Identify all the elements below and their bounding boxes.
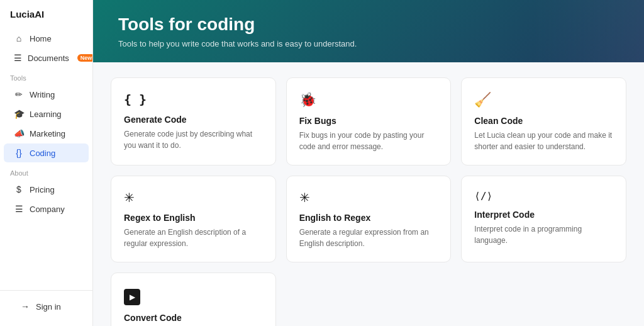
english-to-regex-desc: Generate a regular expression from an En… [299,227,438,249]
tool-card-clean-code[interactable]: 🧹Clean CodeLet Lucia clean up your code … [461,77,626,166]
fix-bugs-icon: 🐞 [299,92,438,108]
generate-code-icon: { } [124,92,263,107]
convert-code-title: Convert Code [124,313,263,323]
sidebar-nav: ⌂ Home ☰ Documents New Tools ✏ Writing 🎓… [0,28,92,290]
coding-icon: {} [14,148,24,158]
pricing-icon: $ [14,184,24,194]
regex-to-english-title: Regex to English [124,213,263,223]
hero-banner: Tools for coding Tools to help you write… [93,0,644,62]
tools-section-label: Tools [0,68,92,84]
english-to-regex-title: English to Regex [299,213,438,223]
tool-card-regex-to-english[interactable]: ✳Regex to EnglishGenerate an English des… [111,176,276,262]
convert-code-icon: ▶ [124,287,263,305]
documents-icon: ☰ [14,53,22,63]
tools-grid: { }Generate CodeGenerate code just by de… [93,62,644,326]
clean-code-desc: Let Lucia clean up your code and make it… [474,130,613,152]
interpret-code-title: Interpret Code [474,210,613,220]
marketing-icon: 📣 [14,128,24,138]
fix-bugs-title: Fix Bugs [299,116,438,126]
sidebar-item-documents[interactable]: ☰ Documents New [4,48,89,67]
app-logo: LuciaAI [0,0,92,28]
sidebar-item-home[interactable]: ⌂ Home [4,29,89,48]
interpret-code-desc: Interpret code in a programming language… [474,223,613,246]
english-to-regex-icon: ✳ [299,190,438,205]
about-section-label: About [0,163,92,179]
sidebar-item-company[interactable]: ☰ Company [4,200,89,218]
learning-icon: 🎓 [14,109,24,119]
hero-subtitle: Tools to help you write code that works … [118,39,619,48]
sidebar-item-writing[interactable]: ✏ Writing [4,85,89,104]
sidebar-item-coding[interactable]: {} Coding [4,143,89,162]
documents-badge: New [77,54,92,62]
home-icon: ⌂ [14,33,24,43]
clean-code-icon: 🧹 [474,92,613,108]
tool-card-interpret-code[interactable]: ⟨/⟩Interpret CodeInterpret code in a pro… [461,176,626,262]
writing-icon: ✏ [14,89,24,99]
sidebar-item-learning[interactable]: 🎓 Learning [4,104,89,123]
regex-to-english-icon: ✳ [124,190,263,205]
company-icon: ☰ [14,204,24,214]
interpret-code-icon: ⟨/⟩ [474,190,613,202]
tool-card-generate-code[interactable]: { }Generate CodeGenerate code just by de… [111,77,276,166]
signin-icon: → [20,301,30,312]
tool-card-fix-bugs[interactable]: 🐞Fix BugsFix bugs in your code by pastin… [286,77,452,166]
sidebar-footer: → Sign in [0,290,92,326]
hero-title: Tools for coding [118,14,619,35]
sidebar-item-signin[interactable]: → Sign in [10,297,82,316]
sidebar-item-marketing[interactable]: 📣 Marketing [4,124,89,143]
tools-cards-container: { }Generate CodeGenerate code just by de… [111,77,626,326]
main-content: Tools for coding Tools to help you write… [93,0,644,326]
generate-code-title: Generate Code [124,115,263,125]
tool-card-convert-code[interactable]: ▶Convert CodeConvert code from one progr… [111,273,276,326]
tool-card-english-to-regex[interactable]: ✳English to RegexGenerate a regular expr… [286,176,452,262]
clean-code-title: Clean Code [474,116,613,126]
generate-code-desc: Generate code just by describing what yo… [124,128,263,151]
regex-to-english-desc: Generate an English description of a reg… [124,227,263,249]
sidebar-item-pricing[interactable]: $ Pricing [4,180,89,199]
fix-bugs-desc: Fix bugs in your code by pasting your co… [299,130,438,152]
sidebar: LuciaAI ⌂ Home ☰ Documents New Tools ✏ W… [0,0,93,326]
